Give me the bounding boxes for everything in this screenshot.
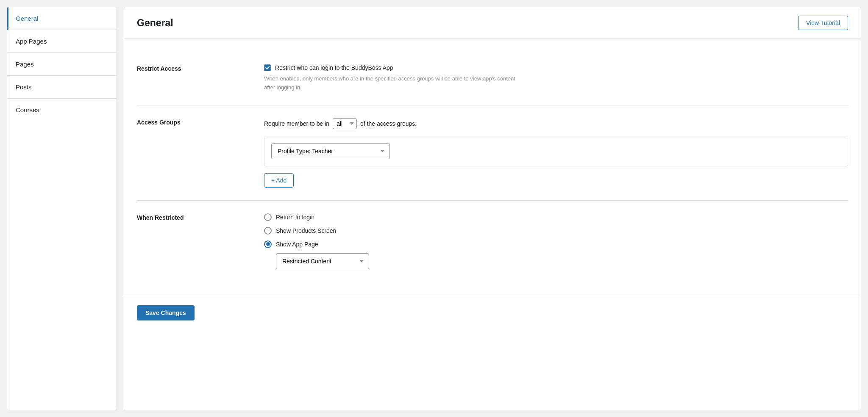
main-content: General View Tutorial Restrict Access Re… (124, 7, 861, 410)
page-header: General View Tutorial (124, 7, 861, 39)
sidebar-item-general[interactable]: General (7, 7, 117, 30)
radio-label-show-app-page: Show App Page (276, 241, 318, 248)
sidebar-item-posts[interactable]: Posts (7, 76, 117, 99)
radio-row-show-products: Show Products Screen (264, 227, 848, 235)
add-button[interactable]: + Add (264, 173, 294, 188)
radio-label-show-products: Show Products Screen (276, 227, 336, 234)
require-text-after: of the access groups. (360, 120, 417, 127)
restrict-access-checkbox[interactable] (264, 64, 271, 71)
access-groups-line: Require member to be in all any of the a… (264, 118, 848, 129)
save-changes-button[interactable]: Save Changes (137, 305, 195, 320)
checkbox-label: Restrict who can login to the BuddyBoss … (275, 64, 393, 71)
checkbox-row: Restrict who can login to the BuddyBoss … (264, 64, 848, 71)
sidebar: General App Pages Pages Posts Courses (7, 7, 117, 410)
save-section: Save Changes (124, 295, 861, 331)
radio-label-return-login: Return to login (276, 214, 314, 221)
radio-row-return-login: Return to login (264, 213, 848, 221)
when-restricted-label: When Restricted (137, 213, 264, 221)
page-title: General (137, 17, 173, 29)
radio-group: Return to login Show Products Screen Sho… (264, 213, 848, 248)
restrict-access-description: When enabled, only members who are in th… (264, 75, 518, 92)
sidebar-item-courses[interactable]: Courses (7, 99, 117, 121)
view-tutorial-button[interactable]: View Tutorial (798, 16, 848, 30)
checkmark-icon (265, 65, 270, 70)
restrict-access-row: Restrict Access Restrict who can login t… (137, 52, 848, 105)
access-groups-box: Profile Type: Teacher (264, 136, 848, 166)
when-restricted-control: Return to login Show Products Screen Sho… (264, 213, 848, 269)
when-restricted-row: When Restricted Return to login Show Pro… (137, 201, 848, 282)
access-groups-control: Require member to be in all any of the a… (264, 118, 848, 188)
all-any-select[interactable]: all any (333, 118, 357, 129)
require-text-before: Require member to be in (264, 120, 329, 127)
radio-show-app-page[interactable] (264, 240, 272, 248)
restricted-content-select[interactable]: Restricted Content (276, 253, 369, 269)
restrict-access-control: Restrict who can login to the BuddyBoss … (264, 64, 848, 92)
profile-type-select[interactable]: Profile Type: Teacher (271, 143, 390, 159)
radio-row-show-app-page: Show App Page (264, 240, 848, 248)
radio-return-login[interactable] (264, 213, 272, 221)
radio-show-products[interactable] (264, 227, 272, 235)
sidebar-item-app-pages[interactable]: App Pages (7, 30, 117, 53)
access-groups-row: Access Groups Require member to be in al… (137, 105, 848, 201)
sidebar-item-pages[interactable]: Pages (7, 53, 117, 76)
restrict-access-label: Restrict Access (137, 64, 264, 72)
settings-body: Restrict Access Restrict who can login t… (124, 39, 861, 295)
access-groups-label: Access Groups (137, 118, 264, 126)
